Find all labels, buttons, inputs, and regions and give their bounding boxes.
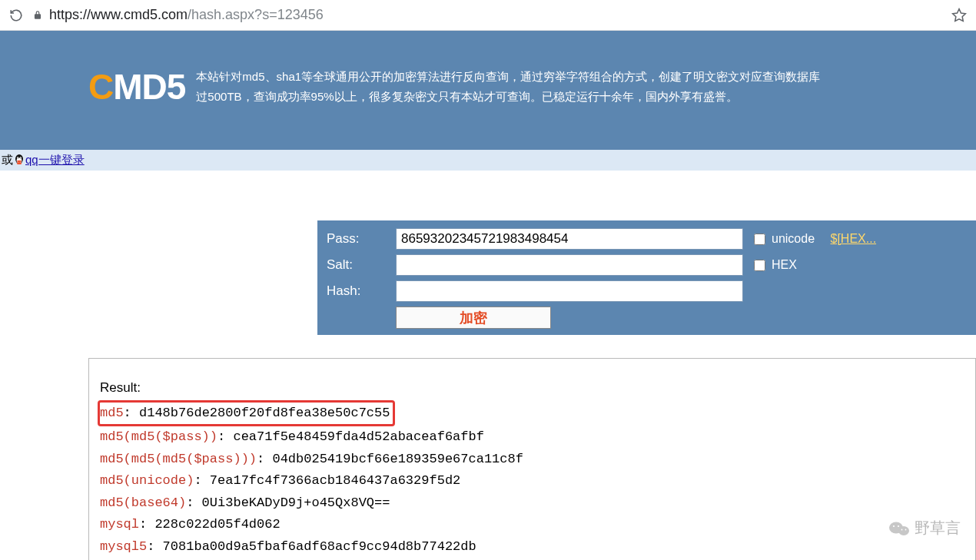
svg-point-5 bbox=[18, 157, 18, 158]
encrypt-button[interactable]: 加密 bbox=[396, 307, 551, 329]
site-logo: CMD5 bbox=[88, 66, 185, 108]
lock-icon bbox=[32, 10, 43, 21]
svg-point-14 bbox=[905, 529, 907, 530]
result-line: mysql: 228c022d05f4d062 bbox=[100, 517, 281, 532]
result-line: md5(unicode): 7ea17fc4f7366acb1846437a63… bbox=[100, 473, 460, 488]
bookmark-star-icon[interactable] bbox=[951, 8, 967, 23]
hex-dollar-link[interactable]: $[HEX... bbox=[831, 232, 877, 246]
pass-label: Pass: bbox=[327, 231, 396, 247]
salt-label: Salt: bbox=[327, 257, 396, 273]
svg-point-13 bbox=[901, 529, 903, 530]
svg-point-11 bbox=[893, 525, 895, 526]
qq-icon bbox=[13, 154, 25, 167]
site-description: 本站针对md5、sha1等全球通用公开的加密算法进行反向查询，通过穷举字符组合的… bbox=[196, 67, 820, 106]
login-row: 或 qq一键登录 bbox=[0, 150, 976, 171]
result-algorithm: mysql5 bbox=[100, 539, 147, 554]
result-line: md5(md5(md5($pass))): 04db025419bcf66e18… bbox=[100, 452, 523, 466]
reload-icon[interactable] bbox=[9, 8, 23, 22]
result-line: md5(md5($pass)): cea71f5e48459fda4d52aba… bbox=[100, 429, 484, 444]
hash-label: Hash: bbox=[327, 283, 396, 299]
svg-rect-8 bbox=[17, 160, 22, 161]
url-text: https://www.cmd5.com/hash.aspx?s=123456 bbox=[49, 7, 324, 23]
wechat-icon bbox=[888, 519, 910, 538]
result-algorithm: md5(unicode) bbox=[100, 473, 194, 488]
watermark: 野草言 bbox=[888, 518, 961, 538]
result-line: mysql5: 7081ba00d9a5fbaf6adf68acf9cc94d8… bbox=[100, 539, 476, 554]
site-header: CMD5 本站针对md5、sha1等全球通用公开的加密算法进行反向查询，通过穷举… bbox=[0, 31, 976, 150]
result-algorithm: md5(md5(md5($pass))) bbox=[100, 452, 257, 466]
result-box: Result: md5: d148b76de2800f20fd8fea38e50… bbox=[88, 358, 976, 560]
hex-checkbox[interactable] bbox=[754, 260, 765, 271]
browser-address-bar: https://www.cmd5.com/hash.aspx?s=123456 bbox=[0, 0, 976, 31]
result-line: md5(base64): 0Ui3beKADyD9j+o45Qx8VQ== bbox=[100, 495, 390, 510]
pass-row: Pass: unicode $[HEX... bbox=[327, 228, 964, 250]
url-bar[interactable]: https://www.cmd5.com/hash.aspx?s=123456 bbox=[32, 7, 942, 23]
svg-point-7 bbox=[17, 161, 22, 164]
salt-row: Salt: HEX bbox=[327, 254, 964, 276]
result-title: Result: bbox=[100, 377, 964, 399]
watermark-text: 野草言 bbox=[915, 518, 961, 538]
desc-line-1: 本站针对md5、sha1等全球通用公开的加密算法进行反向查询，通过穷举字符组合的… bbox=[196, 67, 820, 87]
hash-form-panel: Pass: unicode $[HEX... Salt: HEX Hash: 加… bbox=[317, 220, 976, 335]
result-algorithm: md5(md5($pass)) bbox=[100, 429, 217, 444]
unicode-label: unicode bbox=[772, 232, 815, 246]
hash-input[interactable] bbox=[396, 280, 743, 302]
desc-line-2: 过500TB，查询成功率95%以上，很多复杂密文只有本站才可查询。已稳定运行十余… bbox=[196, 87, 820, 107]
logo-rest: MD5 bbox=[113, 67, 185, 107]
login-prefix: 或 bbox=[2, 153, 13, 167]
logo-letter-c: C bbox=[88, 67, 113, 107]
svg-marker-0 bbox=[953, 8, 966, 21]
result-algorithm: md5 bbox=[100, 406, 124, 420]
result-algorithm: mysql bbox=[100, 517, 139, 532]
hash-row: Hash: bbox=[327, 280, 964, 302]
unicode-checkbox[interactable] bbox=[754, 234, 765, 245]
result-algorithm: md5(base64) bbox=[100, 495, 186, 510]
hex-label: HEX bbox=[772, 258, 797, 272]
svg-point-12 bbox=[898, 525, 899, 526]
svg-point-6 bbox=[20, 157, 21, 158]
result-line: md5: d148b76de2800f20fd8fea38e50c7c55 bbox=[98, 400, 395, 427]
salt-input[interactable] bbox=[396, 254, 743, 276]
result-lines: md5: d148b76de2800f20fd8fea38e50c7c55md5… bbox=[100, 403, 964, 560]
qq-login-link[interactable]: qq一键登录 bbox=[25, 153, 85, 167]
pass-input[interactable] bbox=[396, 228, 743, 250]
svg-point-10 bbox=[898, 526, 909, 535]
